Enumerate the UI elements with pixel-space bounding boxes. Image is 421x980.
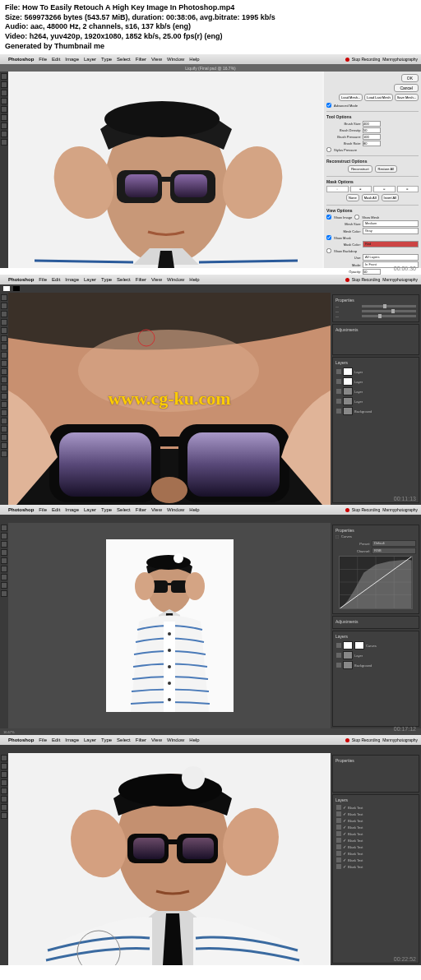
- advanced-mode-checkbox[interactable]: [326, 103, 331, 108]
- adj-posterize-icon[interactable]: [404, 344, 416, 352]
- curves-channel-select[interactable]: RGB: [372, 548, 416, 554]
- layer-visibility-icon[interactable]: [336, 811, 341, 816]
- fg-swatch[interactable]: [3, 286, 10, 291]
- stop-recording[interactable]: Stop Recording: [352, 57, 380, 62]
- menu-edit[interactable]: Edit: [52, 57, 60, 62]
- crop-tool-icon[interactable]: [1, 327, 7, 334]
- pen-tool-icon[interactable]: [1, 409, 7, 416]
- brush-tool-icon[interactable]: [1, 352, 7, 358]
- lasso-tool-icon[interactable]: [1, 771, 7, 778]
- layer-visibility-icon[interactable]: [336, 369, 341, 374]
- type-tool-icon[interactable]: [1, 582, 7, 589]
- stamp-tool-icon[interactable]: [1, 360, 7, 367]
- record-icon[interactable]: [345, 508, 349, 512]
- layer-visibility-icon[interactable]: [336, 805, 341, 810]
- menu-window[interactable]: Window: [167, 737, 184, 742]
- zoom-tool-icon[interactable]: [1, 812, 7, 819]
- load-last-mesh-button[interactable]: Load Last Mesh: [364, 94, 392, 101]
- properties-panel-header[interactable]: Properties: [335, 528, 416, 533]
- adj-vibrance-icon[interactable]: [391, 334, 403, 342]
- restore-all-button[interactable]: Restore All: [375, 165, 397, 173]
- canvas[interactable]: [8, 523, 331, 728]
- menu-image[interactable]: Image: [65, 57, 79, 62]
- menu-window[interactable]: Window: [167, 507, 184, 512]
- menu-select[interactable]: Select: [117, 277, 131, 282]
- app-name[interactable]: Photoshop: [8, 57, 34, 62]
- move-tool-icon[interactable]: [1, 294, 7, 301]
- push-left-tool-icon[interactable]: [1, 106, 7, 113]
- brush-rate-input[interactable]: [363, 141, 381, 146]
- blur-tool-icon[interactable]: [1, 393, 7, 400]
- pucker-tool-icon[interactable]: [1, 90, 7, 96]
- adj-channel-mixer-icon[interactable]: [363, 344, 375, 352]
- record-icon[interactable]: [345, 738, 349, 742]
- properties-panel-header[interactable]: Properties: [335, 758, 416, 763]
- menu-view[interactable]: View: [151, 57, 162, 62]
- menu-help[interactable]: Help: [189, 277, 199, 282]
- hand-tool-icon[interactable]: [1, 131, 7, 137]
- stop-recording[interactable]: Stop Recording: [352, 507, 380, 512]
- adjustments-panel-header[interactable]: Adjustments: [335, 327, 416, 332]
- brush-tool-icon[interactable]: [1, 788, 7, 794]
- bg-swatch[interactable]: [13, 286, 20, 291]
- layer-row[interactable]: ✓Blank Text: [335, 804, 416, 811]
- menu-help[interactable]: Help: [189, 737, 199, 742]
- layer-visibility-icon[interactable]: [336, 864, 341, 869]
- eraser-tool-icon[interactable]: [1, 574, 7, 580]
- menu-file[interactable]: File: [39, 277, 47, 282]
- menu-type[interactable]: Type: [101, 507, 112, 512]
- zoom-tool-icon[interactable]: [1, 590, 7, 597]
- menu-window[interactable]: Window: [167, 277, 184, 282]
- menu-layer[interactable]: Layer: [84, 277, 96, 282]
- layer-visibility-icon[interactable]: [336, 663, 341, 668]
- layers-panel-header[interactable]: Layers: [335, 634, 416, 639]
- menu-type[interactable]: Type: [101, 737, 112, 742]
- stop-recording[interactable]: Stop Recording: [352, 737, 380, 742]
- move-tool-icon[interactable]: [1, 755, 7, 761]
- adj-exposure-icon[interactable]: [377, 334, 389, 342]
- type-tool-icon[interactable]: [1, 418, 7, 424]
- layer-visibility-icon[interactable]: [336, 831, 341, 836]
- zoom-tool-icon[interactable]: [1, 451, 7, 457]
- layer-row[interactable]: ✓Blank Text: [335, 863, 416, 870]
- layer-row[interactable]: Background: [335, 406, 416, 416]
- mask-invert-button[interactable]: Invert All: [382, 194, 399, 201]
- menu-select[interactable]: Select: [117, 57, 131, 62]
- canvas[interactable]: www.cg-ku.com: [8, 293, 331, 505]
- move-tool-icon[interactable]: [1, 525, 7, 531]
- layer-row[interactable]: ✓Blank Text: [335, 850, 416, 857]
- gradient-tool-icon[interactable]: [1, 385, 7, 391]
- menu-filter[interactable]: Filter: [136, 57, 146, 62]
- layer-row[interactable]: ✓Blank Text: [335, 837, 416, 844]
- path-tool-icon[interactable]: [1, 426, 7, 432]
- menu-file[interactable]: File: [39, 737, 47, 742]
- curves-graph[interactable]: [339, 556, 413, 609]
- menu-filter[interactable]: Filter: [136, 507, 146, 512]
- thaw-mask-tool-icon[interactable]: [1, 122, 7, 129]
- opacity-input[interactable]: [363, 269, 381, 275]
- menu-view[interactable]: View: [151, 277, 162, 282]
- history-brush-icon[interactable]: [1, 368, 7, 375]
- freeze-mask-tool-icon[interactable]: [1, 114, 7, 121]
- menu-image[interactable]: Image: [65, 277, 79, 282]
- menu-view[interactable]: View: [151, 737, 162, 742]
- menu-filter[interactable]: Filter: [136, 737, 146, 742]
- eraser-tool-icon[interactable]: [1, 377, 7, 383]
- layer-row[interactable]: ✓Blank Text: [335, 817, 416, 824]
- menu-window[interactable]: Window: [167, 57, 184, 62]
- menu-filter[interactable]: Filter: [136, 277, 146, 282]
- mask-all-button[interactable]: Mask All: [362, 194, 379, 201]
- wand-tool-icon[interactable]: [1, 319, 7, 326]
- stop-recording[interactable]: Stop Recording: [352, 277, 380, 282]
- layer-visibility-icon[interactable]: [336, 838, 341, 843]
- adj-curves-icon[interactable]: [363, 334, 375, 342]
- save-mesh-button[interactable]: Save Mesh...: [395, 94, 419, 101]
- layer-row[interactable]: Layer: [335, 386, 416, 396]
- brush-tool-icon[interactable]: [1, 557, 7, 564]
- menu-type[interactable]: Type: [101, 277, 112, 282]
- app-name[interactable]: Photoshop: [8, 277, 34, 282]
- show-backdrop-checkbox[interactable]: [326, 248, 331, 253]
- brush-pressure-input[interactable]: [363, 134, 381, 140]
- menu-file[interactable]: File: [39, 57, 47, 62]
- app-name[interactable]: Photoshop: [8, 507, 34, 512]
